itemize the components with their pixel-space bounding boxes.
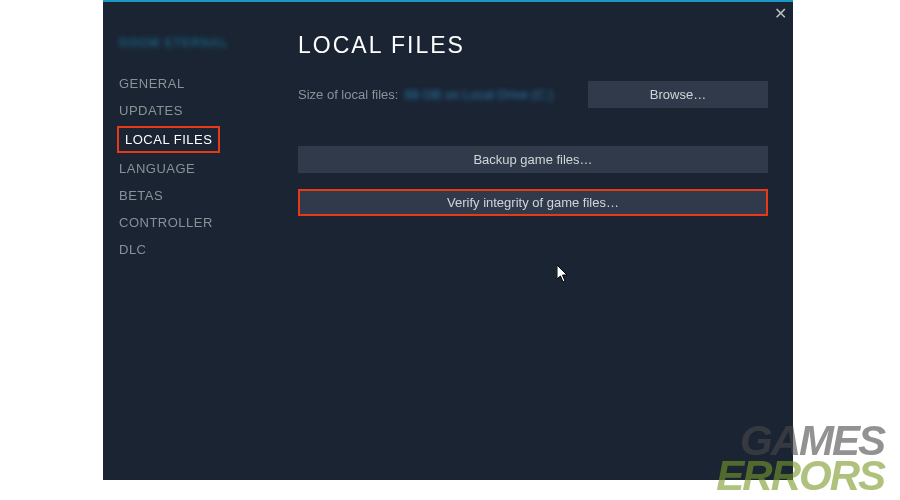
verify-integrity-button[interactable]: Verify integrity of game files… <box>298 189 768 216</box>
backup-button[interactable]: Backup game files… <box>298 146 768 173</box>
game-title: DOOM ETERNAL <box>117 36 267 50</box>
sidebar-item-betas[interactable]: BETAS <box>117 182 267 209</box>
size-value: 88 GB on Local Drive (C:) <box>404 87 553 102</box>
sidebar-item-updates[interactable]: UPDATES <box>117 97 267 124</box>
size-label: Size of local files: <box>298 87 398 102</box>
watermark: GAMES ERRORS <box>716 423 884 494</box>
main-panel: LOCAL FILES Size of local files: 88 GB o… <box>298 32 768 232</box>
sidebar: DOOM ETERNAL GENERAL UPDATES LOCAL FILES… <box>117 36 267 263</box>
watermark-line2: ERRORS <box>716 458 884 494</box>
sidebar-item-local-files[interactable]: LOCAL FILES <box>117 126 220 153</box>
browse-button[interactable]: Browse… <box>588 81 768 108</box>
page-title: LOCAL FILES <box>298 32 768 59</box>
sidebar-item-dlc[interactable]: DLC <box>117 236 267 263</box>
sidebar-item-general[interactable]: GENERAL <box>117 70 267 97</box>
properties-dialog: ✕ DOOM ETERNAL GENERAL UPDATES LOCAL FIL… <box>103 0 793 480</box>
sidebar-item-controller[interactable]: CONTROLLER <box>117 209 267 236</box>
close-icon[interactable]: ✕ <box>774 6 787 22</box>
size-row: Size of local files: 88 GB on Local Driv… <box>298 81 768 108</box>
cursor-icon <box>557 265 571 287</box>
sidebar-item-language[interactable]: LANGUAGE <box>117 155 267 182</box>
